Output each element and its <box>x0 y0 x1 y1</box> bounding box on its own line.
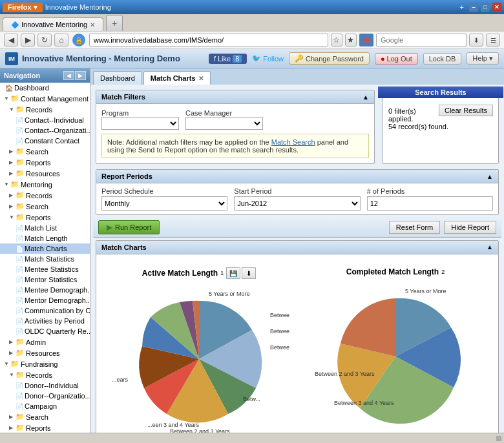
sidebar-title: Navigation <box>4 72 40 79</box>
sidebar-item-donor-organization[interactable]: 📄 Donor--Organizatio... <box>0 391 90 401</box>
bookmark-icon[interactable]: ★ <box>345 34 357 46</box>
sidebar-item-match-list[interactable]: 📄 Match List <box>0 223 90 233</box>
active-chart-download-btn[interactable]: ⬇ <box>242 267 256 279</box>
sidebar-item-match-charts[interactable]: 📄 Match Charts <box>0 243 90 254</box>
sidebar-item-reports2[interactable]: ▼ 📁 Reports <box>0 212 90 223</box>
label-3: Between 9 and... <box>270 344 289 351</box>
label-betw: Betw... <box>243 396 260 402</box>
sidebar-item-match-statistics[interactable]: 📄 Match Statistics <box>0 254 90 264</box>
sidebar-item-mentoring[interactable]: ▼ 📁 Mentoring <box>0 179 90 190</box>
active-chart-header: Active Match Length 1 💾 ⬇ <box>142 267 256 279</box>
sidebar-item-mentee-demog[interactable]: 📄 Mentee Demograph... <box>0 285 90 295</box>
sidebar-item-activities[interactable]: 📄 Activities by Period <box>0 316 90 326</box>
sidebar-label-match-list: Match List <box>25 224 57 232</box>
file-match-stats-icon: 📄 <box>16 256 23 263</box>
sidebar-label-search2: Search <box>26 203 48 211</box>
tab-dashboard[interactable]: Dashboard <box>93 71 142 85</box>
sidebar-label-search: Search <box>26 148 48 156</box>
sidebar-item-communication[interactable]: 📄 Communication by C... <box>0 305 90 316</box>
match-search-link[interactable]: Match Search <box>271 138 315 146</box>
sidebar-item-dashboard[interactable]: 🏠 Dashboard <box>0 83 90 93</box>
sidebar-item-search[interactable]: ▶ 📁 Search <box>0 146 90 157</box>
sidebar-item-resources2[interactable]: ▶ 📁 Resources <box>0 347 90 358</box>
sidebar-item-contact-mgmt[interactable]: ▼ 📁 Contact Management <box>0 93 90 104</box>
reset-form-button[interactable]: Reset Form <box>389 221 440 234</box>
period-schedule-select[interactable]: Monthly <box>101 196 227 211</box>
sidebar-item-match-length[interactable]: 📄 Match Length <box>0 233 90 243</box>
sidebar-label-communication: Communication by C... <box>25 307 90 314</box>
tab-close-icon[interactable]: ✕ <box>90 21 95 28</box>
search-input[interactable] <box>376 34 467 46</box>
lock-db-button[interactable]: Lock DB <box>423 53 462 65</box>
case-manager-select[interactable] <box>185 117 263 130</box>
minimize-button[interactable]: – <box>469 3 478 12</box>
facebook-button[interactable]: f Like 8 <box>209 54 247 64</box>
sidebar-item-mentee-statistics[interactable]: 📄 Mentee Statistics <box>0 264 90 274</box>
sidebar-item-records2[interactable]: ▶ 📁 Records <box>0 190 90 201</box>
tab-match-charts-close[interactable]: ✕ <box>198 75 204 82</box>
sidebar-item-records[interactable]: ▼ 📁 Records <box>0 104 90 115</box>
change-password-button[interactable]: 🔑 Change Password <box>289 52 370 65</box>
file-mentor-stats-icon: 📄 <box>16 276 23 283</box>
maximize-button[interactable]: □ <box>481 3 490 12</box>
help-button[interactable]: Help ▾ <box>467 52 499 65</box>
label-5yr: 5 Years or More <box>209 291 250 297</box>
twitter-icon: 🐦 <box>252 54 261 63</box>
logout-button[interactable]: ● Log Out <box>375 53 418 65</box>
sidebar-label-dashboard: Dashboard <box>14 84 49 92</box>
sidebar-item-fundraising[interactable]: ▼ 📁 Fundraising <box>0 358 90 369</box>
sidebar-item-contact-individual[interactable]: 📄 Contact--Individual <box>0 115 90 125</box>
forward-button[interactable]: ▶ <box>21 34 35 46</box>
sidebar-item-records3[interactable]: ▼ 📁 Records <box>0 369 90 380</box>
num-periods-label: # of Periods <box>367 187 493 195</box>
firefox-btn[interactable]: Firefox ▾ <box>3 3 43 12</box>
back-button[interactable]: ◀ <box>4 34 18 46</box>
close-button[interactable]: ✕ <box>492 3 501 12</box>
sidebar-item-oldc[interactable]: 📄 OLDC Quarterly Re... <box>0 326 90 336</box>
star-icon[interactable]: ☆ <box>331 34 342 46</box>
browser-tab[interactable]: 🔷 Innovative Mentoring ✕ <box>3 17 103 31</box>
tab-match-charts[interactable]: Match Charts ✕ <box>143 71 211 85</box>
sidebar-item-campaign[interactable]: 📄 Campaign <box>0 401 90 411</box>
sidebar-item-reports3[interactable]: ▶ 📁 Reports <box>0 422 90 433</box>
completed-chart-header: Completed Match Length 2 <box>346 267 445 276</box>
url-bar[interactable] <box>89 34 328 46</box>
reload-button[interactable]: ↻ <box>37 34 52 46</box>
sidebar-item-resources[interactable]: ▶ 📁 Resources <box>0 168 90 179</box>
sidebar-item-donor-individual[interactable]: 📄 Donor--Individual <box>0 380 90 391</box>
start-period-label: Start Period <box>234 187 360 195</box>
downloads-icon[interactable]: ⬇ <box>469 34 483 46</box>
program-select[interactable] <box>101 117 179 130</box>
sidebar-item-search2[interactable]: ▶ 📁 Search <box>0 201 90 212</box>
report-periods-title: Report Periods <box>101 172 152 180</box>
resize-grip[interactable] <box>496 436 501 441</box>
home-button[interactable]: ⌂ <box>54 34 68 46</box>
sidebar-item-constant-contact[interactable]: 📄 Constant Contact <box>0 136 90 146</box>
report-periods-header[interactable]: Report Periods ▲ <box>96 170 498 183</box>
hide-report-button[interactable]: Hide Report <box>444 221 496 234</box>
folder-search-icon: 📁 <box>16 147 25 156</box>
clear-results-button[interactable]: Clear Results <box>439 105 493 116</box>
logout-label: Log Out <box>387 55 412 63</box>
sidebar-item-contact-organization[interactable]: 📄 Contact--Organizati... <box>0 125 90 136</box>
num-periods-input[interactable] <box>367 196 493 211</box>
start-period-field: Start Period Jun-2012 <box>234 187 360 211</box>
new-tab-button[interactable]: + <box>106 15 123 31</box>
sidebar-item-admin[interactable]: ▶ 📁 Admin <box>0 336 90 347</box>
sidebar-label-mentor-statistics: Mentor Statistics <box>25 276 77 283</box>
sidebar-collapse-btn[interactable]: ◀ <box>63 71 74 80</box>
active-chart-save-btn[interactable]: 💾 <box>226 267 240 279</box>
run-report-button[interactable]: ▶ Run Report <box>98 220 160 234</box>
sidebar-item-mentor-statistics[interactable]: 📄 Mentor Statistics <box>0 274 90 285</box>
sidebar-item-reports[interactable]: ▶ 📁 Reports <box>0 157 90 168</box>
twitter-button[interactable]: 🐦 Follow <box>252 54 284 63</box>
bookmarks-icon[interactable]: ☰ <box>486 34 500 46</box>
search-results-header: Search Results <box>378 87 503 98</box>
sidebar-item-search3[interactable]: ▶ 📁 Search <box>0 411 90 422</box>
program-label: Program <box>101 109 179 117</box>
sidebar-label-donor-organization: Donor--Organizatio... <box>25 392 90 400</box>
start-period-select[interactable]: Jun-2012 <box>234 196 360 211</box>
sidebar-expand-btn[interactable]: ▶ <box>75 71 86 80</box>
sidebar-item-mentor-demog[interactable]: 📄 Mentor Demograph... <box>0 295 90 305</box>
match-filters-header[interactable]: Match Filters ▲ <box>96 90 374 104</box>
